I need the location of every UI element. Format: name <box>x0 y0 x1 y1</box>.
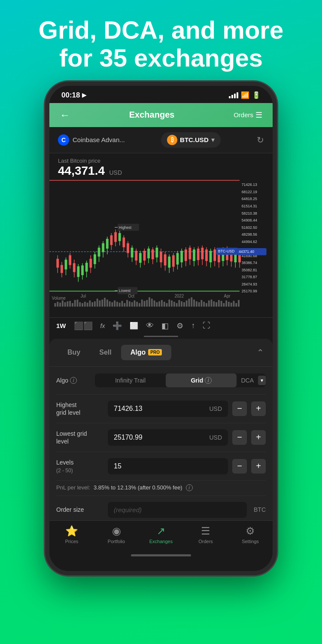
svg-rect-36 <box>94 301 96 307</box>
toolbar-indicator <box>49 334 273 339</box>
svg-rect-90 <box>228 302 230 307</box>
lowest-grid-input-group: 25170.99 USD <box>108 429 228 446</box>
svg-rect-170 <box>210 251 212 262</box>
svg-rect-51 <box>131 302 133 307</box>
order-size-input-group[interactable]: (required) <box>108 502 247 518</box>
orders-nav-label: Orders <box>198 539 213 544</box>
svg-rect-87 <box>221 301 222 307</box>
pnl-value: 3.85% to 12.13% (after 0.500% fee) <box>94 484 182 491</box>
levels-plus[interactable]: + <box>251 459 266 474</box>
svg-rect-144 <box>155 248 158 258</box>
collapse-button[interactable]: ⌃ <box>257 347 264 358</box>
svg-text:44371.40: 44371.40 <box>239 249 254 254</box>
dca-option[interactable]: DCA <box>237 374 258 387</box>
lowest-grid-minus[interactable]: − <box>232 430 247 445</box>
svg-rect-122 <box>110 235 113 245</box>
svg-rect-118 <box>102 243 104 252</box>
layers-icon[interactable]: ◧ <box>161 321 169 331</box>
wifi-icon: 📶 <box>241 91 249 99</box>
svg-rect-85 <box>216 302 217 307</box>
grid-option[interactable]: Grid i <box>166 374 237 387</box>
svg-text:38386.74: 38386.74 <box>242 261 257 265</box>
dca-dropdown-arrow[interactable]: ▾ <box>258 376 266 385</box>
home-indicator <box>131 554 191 556</box>
nav-bar: ← Exchanges Orders ☰ <box>49 103 273 127</box>
refresh-button[interactable]: ↻ <box>257 135 264 145</box>
back-button[interactable]: ← <box>60 109 70 121</box>
notch <box>131 86 191 98</box>
grid-info-icon[interactable]: i <box>205 377 212 384</box>
eye-icon[interactable]: 👁 <box>146 321 154 330</box>
svg-text:28474.93: 28474.93 <box>242 282 257 286</box>
battery-icon: 🔋 <box>252 91 261 99</box>
svg-text:Lowest: Lowest <box>119 289 131 293</box>
orders-nav-icon: ☰ <box>201 525 210 537</box>
lowest-grid-plus[interactable]: + <box>251 430 266 445</box>
dca-option-wrapper: DCA ▾ <box>237 374 266 387</box>
add-drawing-icon[interactable]: ➕ <box>112 321 122 331</box>
nav-prices[interactable]: ⭐ Prices <box>49 525 94 544</box>
fx-icon[interactable]: fx <box>100 322 105 329</box>
exchange-name: Coinbase Advan... <box>73 136 125 143</box>
svg-rect-37 <box>97 299 98 307</box>
chart-toolbar: 1W ⬛⬛ fx ➕ ⬜ 👁 ◧ ⚙ ↑ ⛶ <box>49 317 273 334</box>
pair-selector[interactable]: ₿ BTC.USD ▾ <box>161 132 221 148</box>
nav-portfolio[interactable]: ◉ Portfolio <box>94 525 139 544</box>
orders-button[interactable]: Orders ☰ <box>234 110 262 120</box>
svg-rect-44 <box>114 301 115 307</box>
signal-bars <box>229 92 238 98</box>
price-label: Last Bitcoin price <box>58 158 264 164</box>
infinity-trail-option[interactable]: Infinity Trail <box>95 374 166 387</box>
svg-rect-132 <box>131 248 134 258</box>
rectangle-tool-icon[interactable]: ⬜ <box>130 322 138 330</box>
svg-rect-164 <box>197 249 200 260</box>
nav-exchanges[interactable]: ↗ Exchanges <box>139 525 183 544</box>
svg-rect-66 <box>168 300 170 307</box>
svg-rect-80 <box>203 302 205 307</box>
algo-info-icon[interactable]: i <box>70 377 77 384</box>
svg-rect-152 <box>172 255 175 267</box>
svg-rect-35 <box>91 302 93 307</box>
svg-rect-49 <box>126 300 128 307</box>
svg-text:Oct: Oct <box>128 293 134 298</box>
highest-grid-minus[interactable]: − <box>232 401 247 416</box>
settings-icon[interactable]: ⚙ <box>176 321 183 331</box>
pnl-info-icon[interactable]: i <box>186 484 193 491</box>
bottom-nav: ⭐ Prices ◉ Portfolio ↗ Exchanges ☰ Order… <box>49 520 273 551</box>
levels-minus[interactable]: − <box>232 459 247 474</box>
svg-text:2022: 2022 <box>175 293 184 298</box>
svg-rect-138 <box>143 251 146 261</box>
buy-tab[interactable]: Buy <box>58 345 90 360</box>
prices-label: Prices <box>65 539 79 544</box>
exchange-selector[interactable]: C Coinbase Advan... <box>58 134 125 146</box>
nav-settings[interactable]: ⚙ Settings <box>228 525 273 544</box>
svg-rect-74 <box>188 299 190 307</box>
indicators-icon[interactable]: ⬛⬛ <box>74 321 93 331</box>
svg-rect-166 <box>201 248 204 259</box>
share-icon[interactable]: ↑ <box>191 321 195 330</box>
svg-rect-38 <box>99 301 101 307</box>
nav-title: Exchanges <box>129 110 175 120</box>
price-value: 44,371.4 <box>58 164 105 177</box>
headline-line1: Grid, DCA, and more <box>26 16 296 44</box>
home-indicator-bar <box>49 551 273 560</box>
highest-grid-plus[interactable]: + <box>251 401 266 416</box>
highest-grid-value: 71426.13 <box>114 405 206 413</box>
highest-grid-input-group: 71426.13 USD <box>108 401 228 417</box>
nav-orders[interactable]: ☰ Orders <box>183 525 228 544</box>
algo-tab[interactable]: Algo PRO <box>121 345 171 360</box>
svg-rect-136 <box>139 253 142 263</box>
svg-rect-59 <box>151 299 153 307</box>
levels-input-group: 15 <box>108 458 228 474</box>
svg-rect-65 <box>166 303 168 307</box>
svg-text:61514.31: 61514.31 <box>242 204 257 208</box>
svg-rect-62 <box>158 301 160 307</box>
sell-tab[interactable]: Sell <box>90 345 121 360</box>
svg-rect-160 <box>189 248 191 259</box>
svg-rect-148 <box>164 254 167 265</box>
svg-rect-100 <box>65 260 67 270</box>
svg-rect-27 <box>72 303 73 307</box>
fullscreen-icon[interactable]: ⛶ <box>203 321 210 330</box>
timeframe-selector[interactable]: 1W <box>56 322 66 329</box>
svg-rect-32 <box>84 302 86 307</box>
